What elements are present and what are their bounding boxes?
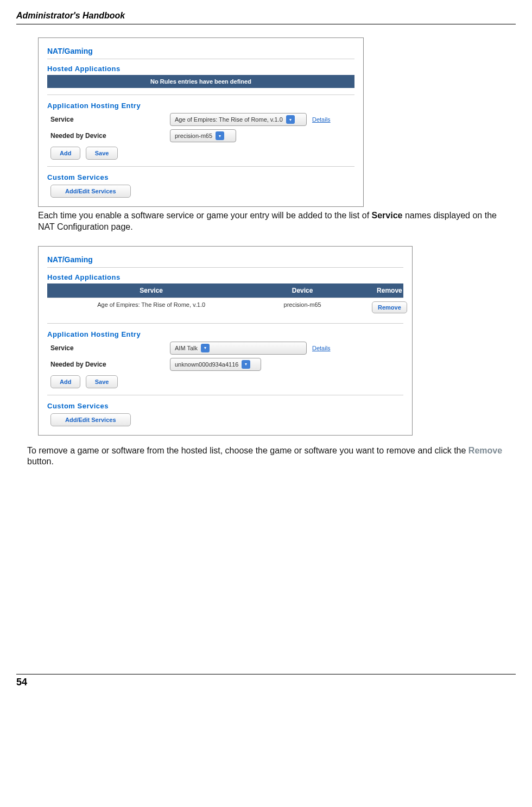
no-rules-banner: No Rules entries have been defined xyxy=(47,75,354,88)
service-select-value: Age of Empires: The Rise of Rome, v.1.0 xyxy=(175,116,283,123)
addedit-services-button[interactable]: Add/Edit Services xyxy=(50,413,131,426)
device-label: Needed by Device xyxy=(47,361,170,368)
add-button[interactable]: Add xyxy=(50,147,80,160)
device-select-value: unknown000d934a4116 xyxy=(175,361,238,368)
add-button[interactable]: Add xyxy=(50,375,80,388)
service-select[interactable]: Age of Empires: The Rise of Rome, v.1.0 … xyxy=(170,113,307,126)
addedit-services-button[interactable]: Add/Edit Services xyxy=(50,185,131,198)
custom-services-title: Custom Services xyxy=(47,173,354,181)
paragraph-enable: Each time you enable a software service … xyxy=(38,210,510,233)
remove-button[interactable]: Remove xyxy=(372,301,407,313)
device-select-value: precision-m65 xyxy=(175,133,212,139)
row-device: precision-m65 xyxy=(255,298,349,317)
hosted-apps-title: Hosted Applications xyxy=(47,273,403,281)
device-label: Needed by Device xyxy=(47,132,170,140)
screenshot-nat-empty: NAT/Gaming Hosted Applications No Rules … xyxy=(38,37,364,207)
nat-title: NAT/Gaming xyxy=(47,47,354,55)
details-link[interactable]: Details xyxy=(312,345,331,351)
col-remove: Remove xyxy=(350,283,429,298)
page-number: 54 xyxy=(16,674,516,688)
hosted-table-header: Service Device Remove xyxy=(47,283,403,298)
hosted-apps-title: Hosted Applications xyxy=(47,65,354,73)
dropdown-icon: ▾ xyxy=(286,115,295,124)
screenshot-nat-listed: NAT/Gaming Hosted Applications Service D… xyxy=(38,246,413,436)
entry-title: Application Hosting Entry xyxy=(47,330,403,338)
device-select[interactable]: unknown000d934a4116 ▾ xyxy=(170,358,261,371)
row-service: Age of Empires: The Rise of Rome, v.1.0 xyxy=(47,298,255,317)
service-select-value: AIM Talk xyxy=(175,345,198,351)
service-select[interactable]: AIM Talk ▾ xyxy=(170,342,307,355)
paragraph-remove: To remove a game or software from the ho… xyxy=(27,445,516,468)
dropdown-icon: ▾ xyxy=(242,360,250,369)
device-select[interactable]: precision-m65 ▾ xyxy=(170,129,236,142)
dropdown-icon: ▾ xyxy=(216,131,224,140)
entry-title: Application Hosting Entry xyxy=(47,102,354,110)
save-button[interactable]: Save xyxy=(86,375,118,388)
nat-title: NAT/Gaming xyxy=(47,255,403,264)
custom-services-title: Custom Services xyxy=(47,402,403,410)
service-label: Service xyxy=(47,344,170,352)
col-service: Service xyxy=(47,283,255,298)
col-device: Device xyxy=(255,283,349,298)
table-row: Age of Empires: The Rise of Rome, v.1.0 … xyxy=(47,298,403,317)
page-header: Administrator's Handbook xyxy=(16,11,516,24)
save-button[interactable]: Save xyxy=(86,147,118,160)
service-label: Service xyxy=(47,116,170,123)
details-link[interactable]: Details xyxy=(312,116,331,123)
dropdown-icon: ▾ xyxy=(201,344,210,352)
